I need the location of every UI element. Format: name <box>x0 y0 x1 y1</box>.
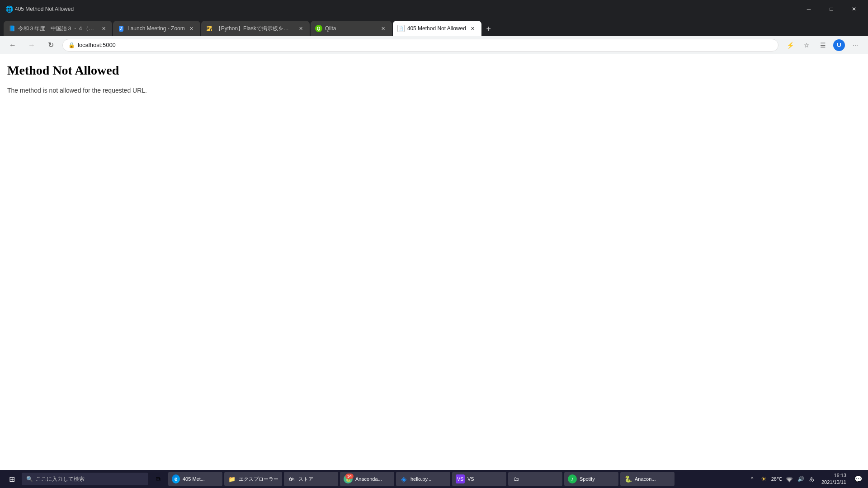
tab-close-zoom[interactable]: ✕ <box>188 24 196 33</box>
tab-favicon-reiwa: 📘 <box>8 25 15 32</box>
clock-time: 16:13 <box>834 472 846 479</box>
spotify-icon: ♪ <box>568 474 577 483</box>
browser-icon: 🌐 <box>5 5 13 13</box>
taskbar-app-explorer[interactable]: 📁 エクスプローラー <box>224 472 282 486</box>
taskbar-app-vscode-label: hello.py... <box>410 476 431 482</box>
tab-favicon-zoom: Z <box>118 25 125 32</box>
tab-title-flask: 【Python】Flaskで掲示板を作ってみ... <box>216 25 294 33</box>
notification-button[interactable]: 💬 <box>852 471 864 487</box>
extensions-button[interactable]: ⚡ <box>783 38 797 52</box>
taskbar-app-vscode[interactable]: ◈ hello.py... <box>396 472 450 486</box>
tab-close-reiwa[interactable]: ✕ <box>99 24 108 33</box>
tab-favicon-flask: Py <box>206 25 213 32</box>
tray-volume[interactable]: 🔊 <box>796 471 807 487</box>
search-placeholder: ここに入力して検索 <box>36 475 85 483</box>
tab-title-405: 405 Method Not Allowed <box>407 25 466 32</box>
tab-close-flask[interactable]: ✕ <box>297 24 305 33</box>
svg-point-0 <box>788 480 790 482</box>
favorites-button[interactable]: ☆ <box>799 38 814 52</box>
back-button[interactable]: ← <box>5 38 20 52</box>
tab-title-qiita: Qiita <box>325 25 377 32</box>
taskbar-app-anaconda-label: Anaconda... <box>355 476 382 482</box>
explorer-icon: 📁 <box>228 475 236 483</box>
collections-button[interactable]: ☰ <box>816 38 830 52</box>
taskbar-app-vspub[interactable]: VS VS <box>452 472 506 486</box>
taskbar-app-filemgr[interactable]: 🗂 <box>508 472 562 486</box>
taskbar-app-anaconda2-label: Anacon... <box>635 476 656 482</box>
taskbar-search[interactable]: 🔍 ここに入力して検索 <box>22 473 148 485</box>
taskbar-clock[interactable]: 16:13 2021/10/11 <box>818 472 850 486</box>
store-icon: 🛍 <box>288 475 296 483</box>
close-button[interactable]: ✕ <box>844 2 864 16</box>
vscode-icon: ◈ <box>400 475 408 483</box>
url-bar[interactable]: 🔒 localhost:5000 <box>62 39 778 52</box>
taskbar-app-anaconda[interactable]: 🐍 34 Anaconda... <box>340 472 394 486</box>
tab-qiita[interactable]: Q Qiita ✕ <box>311 21 392 36</box>
tab-close-qiita[interactable]: ✕ <box>379 24 387 33</box>
tab-title-reiwa: 令和３年度 中国語３・４（渡... <box>18 25 97 33</box>
anaconda-badge: 34 <box>345 474 354 479</box>
lock-icon: 🔒 <box>68 42 75 48</box>
weather-temp: 28℃ <box>770 471 783 487</box>
window-controls: ─ □ ✕ <box>798 2 864 16</box>
taskbar-app-spotify[interactable]: ♪ Spotify <box>564 472 618 486</box>
tab-405[interactable]: 📄 405 Method Not Allowed ✕ <box>393 21 481 36</box>
error-message: The method is not allowed for the reques… <box>7 87 861 94</box>
taskbar-tray: ^ ☀ 28℃ 🔊 あ <box>747 471 816 487</box>
tabs-bar: 📘 令和３年度 中国語３・４（渡... ✕ Z Launch Meeting -… <box>0 18 868 36</box>
tray-chevron[interactable]: ^ <box>747 471 758 487</box>
task-view-button[interactable]: ⧉ <box>150 471 166 487</box>
taskbar-app-anaconda2[interactable]: 🐍 Anacon... <box>620 472 675 486</box>
title-bar: 🌐 405 Method Not Allowed ─ □ ✕ <box>0 0 868 18</box>
url-text: localhost:5000 <box>78 42 773 48</box>
new-tab-button[interactable]: + <box>482 23 495 35</box>
vspub-icon: VS <box>456 474 465 483</box>
profile-icon[interactable]: U <box>832 38 846 52</box>
page-content: Method Not Allowed The method is not all… <box>0 54 868 470</box>
tray-network[interactable] <box>784 471 795 487</box>
taskbar-app-edge[interactable]: e 405 Met... <box>168 472 222 486</box>
tab-reiwa[interactable]: 📘 令和３年度 中国語３・４（渡... ✕ <box>4 21 112 36</box>
toolbar-icons: ⚡ ☆ ☰ U ··· <box>783 38 863 52</box>
anaconda2-icon: 🐍 <box>624 475 632 483</box>
error-heading: Method Not Allowed <box>7 63 861 78</box>
tray-language[interactable]: あ <box>807 471 816 487</box>
more-button[interactable]: ··· <box>848 38 863 52</box>
task-view-icon: ⧉ <box>156 475 160 483</box>
filemgr-icon: 🗂 <box>512 475 520 483</box>
taskbar-app-explorer-label: エクスプローラー <box>239 476 278 483</box>
tab-title-zoom: Launch Meeting - Zoom <box>127 25 185 32</box>
taskbar-app-store-label: ストア <box>298 476 313 483</box>
weather-icon[interactable]: ☀ <box>759 471 769 487</box>
minimize-button[interactable]: ─ <box>798 2 819 16</box>
edge-icon: e <box>172 475 180 483</box>
forward-button[interactable]: → <box>24 38 39 52</box>
clock-date: 2021/10/11 <box>821 479 846 486</box>
reload-button[interactable]: ↻ <box>43 38 58 52</box>
start-button[interactable]: ⊞ <box>4 471 20 487</box>
taskbar-app-edge-label: 405 Met... <box>183 476 205 482</box>
tab-favicon-405: 📄 <box>397 25 405 32</box>
browser-title: 405 Method Not Allowed <box>15 6 74 12</box>
address-bar: ← → ↻ 🔒 localhost:5000 ⚡ ☆ ☰ U ··· <box>0 36 868 54</box>
taskbar: ⊞ 🔍 ここに入力して検索 ⧉ e 405 Met... 📁 エクスプローラー … <box>0 470 868 488</box>
maximize-button[interactable]: □ <box>821 2 842 16</box>
search-icon: 🔍 <box>26 476 33 482</box>
tab-zoom[interactable]: Z Launch Meeting - Zoom ✕ <box>113 21 200 36</box>
taskbar-app-spotify-label: Spotify <box>580 476 595 482</box>
tab-flask[interactable]: Py 【Python】Flaskで掲示板を作ってみ... ✕ <box>201 21 310 36</box>
taskbar-app-vspub-label: VS <box>467 476 474 482</box>
taskbar-app-store[interactable]: 🛍 ストア <box>284 472 338 486</box>
tab-close-405[interactable]: ✕ <box>469 24 477 33</box>
tab-favicon-qiita: Q <box>315 25 322 32</box>
profile-avatar: U <box>833 39 845 51</box>
